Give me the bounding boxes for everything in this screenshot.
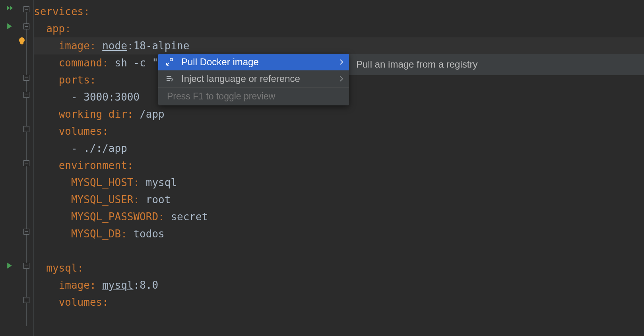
yaml-key: image bbox=[59, 279, 90, 291]
fold-guide bbox=[26, 12, 27, 326]
hint-panel: Pull an image from a registry bbox=[349, 54, 644, 75]
colon: : bbox=[127, 108, 134, 120]
fold-marker[interactable] bbox=[23, 297, 29, 303]
yaml-value: - ./:/app bbox=[71, 142, 127, 154]
popup-item-label: Pull Docker image bbox=[181, 56, 259, 68]
image-name: node bbox=[102, 40, 127, 52]
lightbulb-icon[interactable] bbox=[17, 37, 27, 46]
code-line[interactable]: volumes: bbox=[34, 123, 644, 140]
code-line[interactable] bbox=[34, 243, 644, 260]
code-line[interactable]: volumes: bbox=[34, 294, 644, 311]
yaml-key: environment bbox=[59, 159, 127, 171]
image-name: mysql bbox=[102, 279, 133, 291]
run-icon[interactable] bbox=[6, 262, 14, 270]
code-line[interactable]: MYSQL_PASSWORD: secret bbox=[34, 208, 644, 225]
hint-text: Pull an image from a registry bbox=[356, 59, 477, 70]
image-tag: :18-alpine bbox=[127, 40, 190, 52]
docker-pull-icon bbox=[165, 58, 175, 66]
yaml-value: - 3000:3000 bbox=[71, 91, 140, 103]
colon: : bbox=[133, 194, 140, 206]
run-all-icon[interactable] bbox=[6, 5, 14, 14]
yaml-key: command bbox=[59, 57, 103, 69]
colon: : bbox=[65, 23, 71, 35]
colon: : bbox=[127, 159, 134, 171]
code-line[interactable]: working_dir: /app bbox=[34, 106, 644, 123]
code-line[interactable]: services: bbox=[34, 3, 644, 20]
fold-column bbox=[22, 0, 34, 336]
yaml-key: MYSQL_DB bbox=[71, 228, 121, 240]
svg-rect-0 bbox=[21, 45, 23, 45]
code-line[interactable]: - ./:/app bbox=[34, 140, 644, 157]
colon: : bbox=[102, 296, 109, 308]
yaml-key: working_dir bbox=[59, 108, 127, 120]
code-line[interactable]: mysql: bbox=[34, 260, 644, 277]
yaml-key: volumes bbox=[59, 125, 103, 137]
yaml-key: MYSQL_PASSWORD bbox=[71, 211, 158, 223]
colon: : bbox=[102, 125, 109, 137]
popup-item-label: Inject language or reference bbox=[181, 73, 300, 84]
editor: services: app: image: node:18-alpine com… bbox=[0, 0, 644, 336]
fold-marker[interactable] bbox=[23, 229, 29, 235]
yaml-key: mysql bbox=[46, 262, 77, 274]
colon: : bbox=[121, 228, 127, 240]
yaml-key: volumes bbox=[59, 296, 103, 308]
image-tag: :8.0 bbox=[134, 279, 159, 291]
inject-reference-icon bbox=[165, 75, 175, 83]
popup-footer-text: Press F1 to toggle preview bbox=[167, 91, 275, 102]
yaml-value: sh -c " bbox=[115, 57, 159, 69]
gutter bbox=[0, 0, 22, 336]
fold-marker[interactable] bbox=[23, 160, 29, 166]
fold-marker[interactable] bbox=[23, 75, 29, 81]
code-line[interactable]: MYSQL_DB: todos bbox=[34, 225, 644, 243]
yaml-key: services bbox=[34, 6, 83, 17]
yaml-key: ports bbox=[59, 74, 90, 86]
svg-rect-1 bbox=[170, 58, 173, 61]
code-line-active[interactable]: image: node:18-alpine bbox=[34, 37, 644, 54]
run-icon[interactable] bbox=[6, 22, 14, 31]
popup-item-inject-language[interactable]: Inject language or reference bbox=[158, 70, 349, 87]
fold-marker[interactable] bbox=[23, 126, 29, 132]
code-line[interactable]: environment: bbox=[34, 157, 644, 174]
yaml-key: app bbox=[46, 23, 65, 35]
colon: : bbox=[90, 74, 96, 86]
yaml-key: MYSQL_HOST bbox=[71, 177, 134, 188]
yaml-value: secret bbox=[171, 211, 208, 223]
fold-marker[interactable] bbox=[23, 6, 29, 12]
colon: : bbox=[102, 57, 109, 69]
chevron-right-icon bbox=[339, 76, 343, 82]
popup-item-pull-docker[interactable]: Pull Docker image bbox=[158, 54, 349, 70]
chevron-right-icon bbox=[339, 59, 343, 65]
code-line[interactable]: app: bbox=[34, 20, 644, 37]
fold-marker[interactable] bbox=[23, 263, 29, 269]
code-line[interactable]: MYSQL_USER: root bbox=[34, 191, 644, 208]
fold-marker[interactable] bbox=[23, 23, 29, 29]
yaml-value: todos bbox=[133, 228, 164, 240]
colon: : bbox=[158, 211, 165, 223]
colon: : bbox=[90, 40, 96, 52]
code-line[interactable]: MYSQL_HOST: mysql bbox=[34, 174, 644, 191]
colon: : bbox=[78, 262, 84, 274]
yaml-value: mysql bbox=[146, 177, 177, 188]
colon: : bbox=[83, 6, 90, 17]
code-area[interactable]: services: app: image: node:18-alpine com… bbox=[34, 0, 644, 336]
colon: : bbox=[133, 177, 140, 188]
popup-footer: Press F1 to toggle preview bbox=[158, 87, 349, 105]
fold-marker[interactable] bbox=[23, 92, 29, 98]
yaml-value: /app bbox=[140, 108, 165, 120]
intention-popup: Pull Docker image Inject language or ref… bbox=[158, 54, 349, 105]
yaml-key: MYSQL_USER bbox=[71, 194, 134, 206]
yaml-value: root bbox=[146, 194, 171, 206]
colon: : bbox=[90, 279, 96, 291]
code-line[interactable]: image: mysql:8.0 bbox=[34, 277, 644, 294]
yaml-key: image bbox=[59, 40, 90, 52]
